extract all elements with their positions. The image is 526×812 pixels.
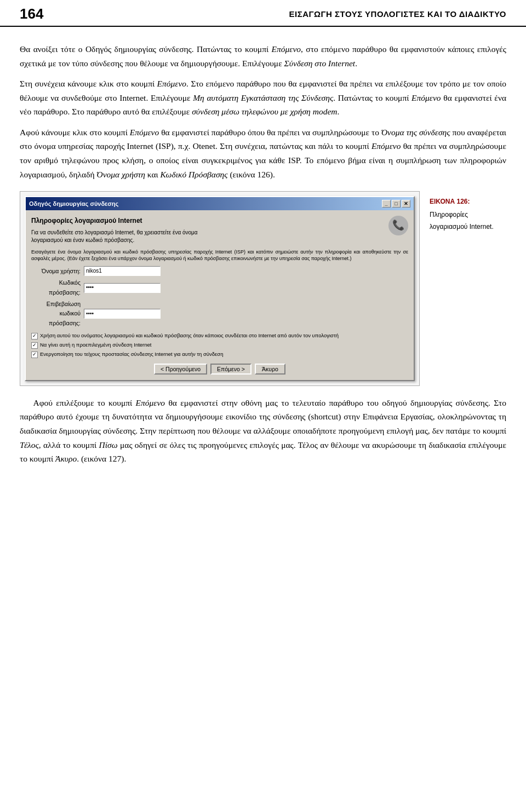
password-label: Κωδικός πρόσβασης: [31,278,81,297]
main-content: Θα ανοίξει τότε ο Οδηγός δημιουργίας σύν… [0,27,526,488]
cancel-button[interactable]: Άκυρο [255,364,285,375]
phone-icon: 📞 [388,216,408,235]
username-input[interactable]: nikos1 [84,266,161,276]
dialog-title: Οδηγός δημιουργίας σύνδεσης [29,199,118,209]
password-row: Κωδικός πρόσβασης: •••• [31,278,408,297]
win-body: Πληροφορίες λογαριασμού Internet Για να … [26,210,414,380]
dialog-info-text: Εισαγάγετε ένα όνομα λογαριασμού και κωδ… [31,249,408,262]
win-form: Όνομα χρήστη: nikos1 Κωδικός πρόσβασης: … [31,266,408,328]
next-button[interactable]: Επόμενο > [210,364,251,375]
checkbox-row-2: ✓ Να γίνει αυτή η προεπιλεγμένη σύνδεση … [31,342,408,349]
checkbox-row-1: ✓ Χρήση αυτού του ονόματος λογαριασμού κ… [31,332,408,339]
win-title-bar: Οδηγός δημιουργίας σύνδεσης _ □ ✕ [26,197,414,210]
username-label: Όνομα χρήστη: [31,267,81,276]
minimize-button[interactable]: _ [382,200,391,208]
confirm-input[interactable]: •••• [84,309,161,319]
password-input[interactable]: •••• [84,283,161,293]
header-title: ΕΙΣΑΓΩΓΗ ΣΤΟΥΣ ΥΠΟΛΟΓΙΣΤΕΣ ΚΑΙ ΤΟ ΔΙΑΔΙΚ… [289,9,507,19]
back-button[interactable]: < Προηγούμενο [154,364,207,375]
page-number: 164 [20,5,43,22]
checkbox-2-label: Να γίνει αυτή η προεπιλεγμένη σύνδεση In… [40,342,151,348]
dialog-buttons-row: < Προηγούμενο Επόμενο > Άκυρο [31,364,408,375]
checkbox-2[interactable]: ✓ [31,342,38,349]
figure-caption: ΕΙΚΟΝΑ 126: Πληροφορίες λογαριασμού Inte… [430,191,506,232]
caption-title: ΕΙΚΟΝΑ 126: [430,197,506,208]
username-row: Όνομα χρήστη: nikos1 [31,266,408,276]
caption-text: Πληροφορίες λογαριασμού Internet. [430,211,494,231]
checkbox-group: ✓ Χρήση αυτού του ονόματος λογαριασμού κ… [31,332,408,358]
figure-box: Οδηγός δημιουργίας σύνδεσης _ □ ✕ Πληροφ… [20,191,420,386]
close-button[interactable]: ✕ [402,200,410,208]
checkbox-1[interactable]: ✓ [31,333,38,339]
checkbox-row-3: ✓ Ενεργοποίηση του τείχους προστασίας σύ… [31,351,408,358]
maximize-button[interactable]: □ [392,200,401,208]
checkbox-3-label: Ενεργοποίηση του τείχους προστασίας σύνδ… [40,351,223,358]
paragraph-after-1: Αφού επιλέξουμε το κουμπί Επόμενο θα εμφ… [20,396,506,466]
win-title-buttons: _ □ ✕ [382,200,410,208]
confirm-label: Επιβεβαίωση κωδικού πρόσβασης: [31,300,81,328]
paragraph-3: Αφού κάνουμε κλικ στο κουμπί Επόμενο θα … [20,125,506,181]
page-header: 164 ΕΙΣΑΓΩΓΗ ΣΤΟΥΣ ΥΠΟΛΟΓΙΣΤΕΣ ΚΑΙ ΤΟ ΔΙ… [0,0,526,27]
checkbox-3[interactable]: ✓ [31,352,38,358]
figure-container: Οδηγός δημιουργίας σύνδεσης _ □ ✕ Πληροφ… [20,191,506,386]
dialog-description: Για να συνδεθείτε στο λογαριασμό Interne… [31,229,384,244]
win-dialog: Οδηγός δημιουργίας σύνδεσης _ □ ✕ Πληροφ… [25,196,415,381]
dialog-section-title: Πληροφορίες λογαριασμού Internet [31,216,384,227]
checkbox-1-label: Χρήση αυτού του ονόματος λογαριασμού και… [40,332,339,339]
paragraph-2: Στη συνέχεια κάνουμε κλικ στο κουμπί Επό… [20,77,506,119]
paragraph-1: Θα ανοίξει τότε ο Οδηγός δημιουργίας σύν… [20,42,506,70]
confirm-row: Επιβεβαίωση κωδικού πρόσβασης: •••• [31,300,408,328]
